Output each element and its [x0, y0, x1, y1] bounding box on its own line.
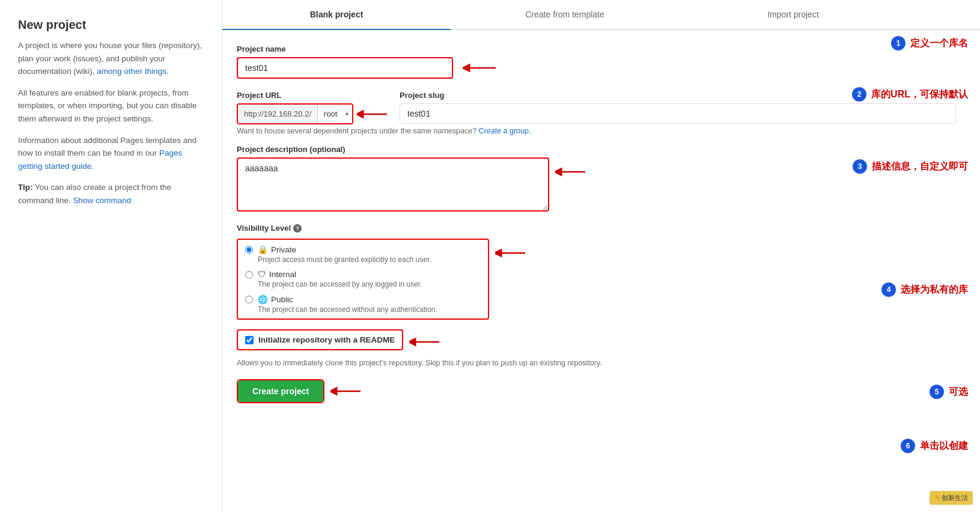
description-textarea[interactable]: aaaaaaa	[237, 157, 549, 212]
project-url-row: Project URL http://192.168.20.2/ root	[237, 91, 956, 124]
init-readme-box: Initialize repository with a README	[237, 329, 403, 350]
sidebar-link-1[interactable]: among other things.	[97, 67, 168, 76]
visibility-option-internal: 🛡 Internal The project can be accessed b…	[245, 270, 481, 288]
tab-import-project[interactable]: Import project	[679, 0, 907, 30]
project-name-label: Project name	[237, 44, 956, 53]
tab-create-from-template[interactable]: Create from template	[451, 0, 679, 30]
sidebar-desc1: A project is where you house your files …	[18, 39, 204, 78]
project-name-input[interactable]	[237, 57, 453, 79]
create-btn-wrapper: Create project	[237, 379, 324, 403]
create-project-button[interactable]: Create project	[238, 380, 323, 402]
visibility-options: 🔒 Private Project access must be granted…	[237, 239, 489, 320]
visibility-public-title: 🌐 Public	[258, 294, 437, 304]
radio-internal[interactable]	[245, 271, 253, 279]
arrow-4	[495, 247, 528, 259]
visibility-private-title: 🔒 Private	[258, 245, 431, 254]
visibility-internal-title: 🛡 Internal	[258, 270, 422, 279]
annotation-1: 1 定义一个库名	[891, 36, 968, 50]
radio-private[interactable]	[245, 246, 253, 254]
description-group: Project description (optional) aaaaaaa	[237, 145, 956, 212]
sidebar-desc2: All features are enabled for blank proje…	[18, 87, 204, 126]
visibility-label: Visibility Level ?	[237, 224, 956, 233]
visibility-internal-desc: The project can be accessed by any logge…	[258, 280, 422, 288]
init-readme-label: Initialize repository with a README	[258, 335, 395, 344]
annotation-4: 4 选择为私有的库	[881, 282, 968, 297]
arrow-6	[330, 385, 364, 397]
project-name-group: Project name	[237, 44, 956, 79]
watermark: ✎ 创新生活	[930, 491, 973, 505]
create-project-row: Create project	[237, 379, 956, 403]
namespace-select-wrapper: root	[318, 105, 352, 123]
show-command-link[interactable]: Show command	[73, 196, 132, 205]
url-static: http://192.168.20.2/	[238, 105, 318, 123]
init-readme-row: Initialize repository with a README	[237, 329, 956, 354]
annotation-6: 6 单击以创建	[901, 439, 968, 453]
create-group-link[interactable]: Create a group.	[479, 127, 531, 135]
arrow-1	[463, 62, 499, 74]
project-slug-input[interactable]	[400, 103, 956, 124]
visibility-option-private: 🔒 Private Project access must be granted…	[245, 245, 481, 264]
project-url-label: Project URL	[237, 91, 390, 100]
globe-icon: 🌐	[258, 294, 268, 304]
annotation-3: 3 描述信息，自定义即可	[853, 159, 968, 174]
visibility-option-public: 🌐 Public The project can be accessed wit…	[245, 294, 481, 314]
tab-bar: Blank project Create from template Impor…	[222, 0, 980, 30]
form-area: 1 定义一个库名 Project name	[222, 30, 980, 421]
description-label: Project description (optional)	[237, 145, 956, 154]
annotation-2: 2 库的URL，可保持默认	[852, 87, 968, 102]
project-url-col: Project URL http://192.168.20.2/ root	[237, 91, 390, 124]
init-readme-checkbox[interactable]	[245, 336, 254, 344]
visibility-private-desc: Project access must be granted explicitl…	[258, 255, 431, 264]
url-box-group: http://192.168.20.2/ root	[237, 103, 353, 124]
namespace-hint: Want to house several dependent projects…	[237, 127, 956, 135]
sidebar-desc3: Information about additional Pages templ…	[18, 134, 204, 173]
namespace-select[interactable]: root	[318, 105, 352, 123]
radio-public[interactable]	[245, 296, 253, 303]
visibility-section: Visibility Level ? 🔒 Private	[237, 224, 956, 320]
page-title: New project	[18, 18, 204, 32]
sidebar: New project A project is where you house…	[0, 0, 222, 512]
lock-icon: 🔒	[258, 245, 268, 254]
arrow-3	[555, 166, 588, 178]
init-readme-desc: Allows you to immediately clone this pro…	[237, 359, 956, 367]
annotation-5: 5 可选	[930, 385, 968, 399]
sidebar-tip: Tip: You can also create a project from …	[18, 181, 204, 207]
arrow-2	[357, 108, 390, 120]
arrow-5	[409, 336, 442, 348]
visibility-help-icon[interactable]: ?	[293, 224, 302, 233]
main-content: Blank project Create from template Impor…	[222, 0, 980, 512]
visibility-public-desc: The project can be accessed without any …	[258, 305, 437, 314]
tab-blank-project[interactable]: Blank project	[222, 0, 451, 30]
shield-icon: 🛡	[258, 270, 266, 279]
